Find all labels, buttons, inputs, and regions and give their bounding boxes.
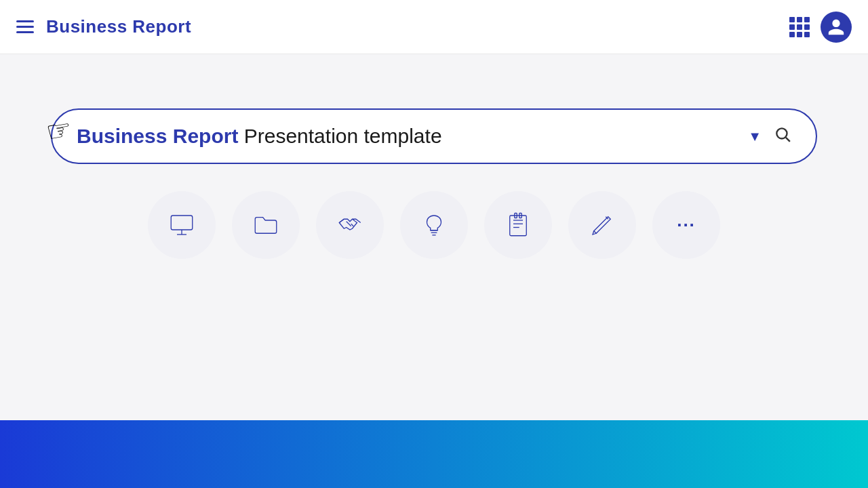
grid-dot (797, 32, 802, 37)
category-ideas-button[interactable] (400, 191, 468, 259)
grid-dot (797, 24, 802, 30)
search-text-highlight: Business Report (77, 125, 238, 147)
bottom-gradient-bar (0, 420, 868, 488)
folder-icon (252, 211, 280, 239)
filter-button[interactable]: ▼ (748, 129, 762, 144)
header: Business Report (0, 0, 868, 54)
pencil-icon (588, 211, 616, 239)
category-more-button[interactable]: ··· (652, 191, 720, 259)
svg-rect-11 (510, 216, 527, 236)
svg-line-1 (786, 138, 790, 142)
search-actions: ▼ (748, 125, 791, 147)
handshake-icon (336, 211, 364, 239)
category-notes-button[interactable] (484, 191, 552, 259)
category-collaboration-button[interactable] (316, 191, 384, 259)
header-right (789, 12, 852, 43)
search-query-text: Business Report Presentation template (77, 125, 442, 148)
svg-line-6 (349, 224, 351, 226)
search-bar[interactable]: Business Report Presentation template ▼ (51, 108, 817, 164)
category-documents-button[interactable] (232, 191, 300, 259)
lightbulb-icon (420, 211, 448, 239)
grid-dot (789, 17, 795, 22)
category-edit-button[interactable] (568, 191, 636, 259)
hamburger-menu-button[interactable] (16, 20, 34, 33)
grid-dot (789, 24, 795, 30)
categories-row: ··· (47, 191, 821, 259)
search-icon (774, 125, 791, 143)
search-button[interactable] (774, 125, 791, 147)
category-presentation-button[interactable] (148, 191, 216, 259)
header-left: Business Report (16, 16, 191, 37)
main-content: ☞ Business Report Presentation template … (0, 54, 868, 286)
grid-dot (797, 17, 802, 22)
grid-dot (804, 24, 810, 30)
monitor-icon (167, 211, 196, 239)
ellipsis-icon: ··· (677, 215, 696, 236)
svg-line-5 (347, 222, 349, 224)
svg-point-0 (776, 128, 787, 138)
grid-apps-button[interactable] (789, 17, 810, 37)
svg-rect-2 (171, 216, 193, 230)
svg-line-7 (351, 224, 354, 226)
app-title: Business Report (46, 16, 191, 37)
avatar-icon (827, 18, 846, 37)
grid-dot (804, 17, 810, 22)
grid-dot (789, 32, 795, 37)
user-avatar-button[interactable] (821, 12, 852, 43)
notepad-icon (504, 211, 532, 239)
search-text-plain: Presentation template (238, 125, 441, 147)
grid-dot (804, 32, 810, 37)
